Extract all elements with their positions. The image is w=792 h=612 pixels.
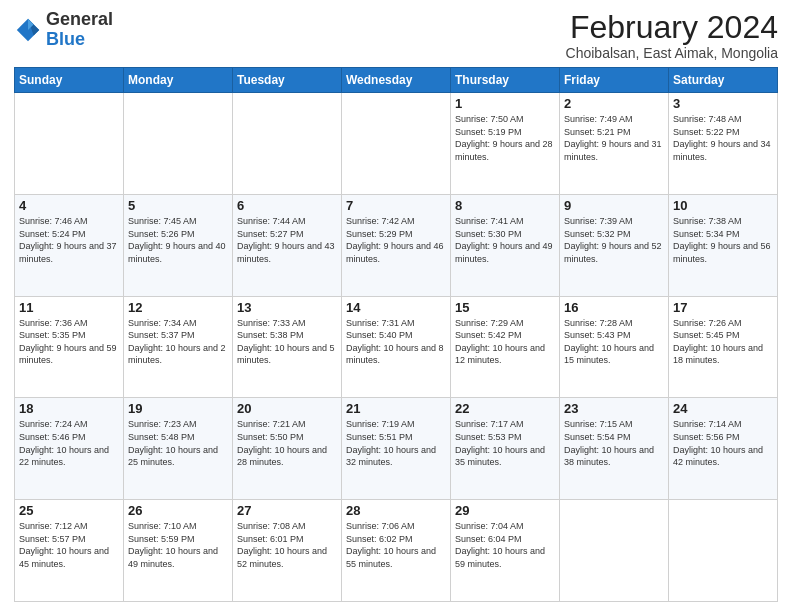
day-number: 21 — [346, 401, 446, 416]
day-info: Sunrise: 7:04 AM Sunset: 6:04 PM Dayligh… — [455, 520, 555, 570]
weekday-header-sunday: Sunday — [15, 68, 124, 93]
calendar-title: February 2024 — [566, 10, 778, 45]
weekday-header-friday: Friday — [560, 68, 669, 93]
day-info: Sunrise: 7:28 AM Sunset: 5:43 PM Dayligh… — [564, 317, 664, 367]
day-number: 27 — [237, 503, 337, 518]
day-number: 2 — [564, 96, 664, 111]
day-info: Sunrise: 7:44 AM Sunset: 5:27 PM Dayligh… — [237, 215, 337, 265]
calendar-cell: 6Sunrise: 7:44 AM Sunset: 5:27 PM Daylig… — [233, 194, 342, 296]
calendar-cell: 12Sunrise: 7:34 AM Sunset: 5:37 PM Dayli… — [124, 296, 233, 398]
day-info: Sunrise: 7:12 AM Sunset: 5:57 PM Dayligh… — [19, 520, 119, 570]
day-info: Sunrise: 7:14 AM Sunset: 5:56 PM Dayligh… — [673, 418, 773, 468]
day-number: 3 — [673, 96, 773, 111]
day-info: Sunrise: 7:15 AM Sunset: 5:54 PM Dayligh… — [564, 418, 664, 468]
calendar-header-row: SundayMondayTuesdayWednesdayThursdayFrid… — [15, 68, 778, 93]
day-number: 9 — [564, 198, 664, 213]
calendar-subtitle: Choibalsan, East Aimak, Mongolia — [566, 45, 778, 61]
calendar-cell: 21Sunrise: 7:19 AM Sunset: 5:51 PM Dayli… — [342, 398, 451, 500]
calendar-cell: 22Sunrise: 7:17 AM Sunset: 5:53 PM Dayli… — [451, 398, 560, 500]
calendar-week-4: 18Sunrise: 7:24 AM Sunset: 5:46 PM Dayli… — [15, 398, 778, 500]
calendar-cell: 9Sunrise: 7:39 AM Sunset: 5:32 PM Daylig… — [560, 194, 669, 296]
day-info: Sunrise: 7:36 AM Sunset: 5:35 PM Dayligh… — [19, 317, 119, 367]
calendar-cell: 13Sunrise: 7:33 AM Sunset: 5:38 PM Dayli… — [233, 296, 342, 398]
calendar-cell: 18Sunrise: 7:24 AM Sunset: 5:46 PM Dayli… — [15, 398, 124, 500]
day-number: 14 — [346, 300, 446, 315]
calendar-cell: 5Sunrise: 7:45 AM Sunset: 5:26 PM Daylig… — [124, 194, 233, 296]
calendar-week-3: 11Sunrise: 7:36 AM Sunset: 5:35 PM Dayli… — [15, 296, 778, 398]
day-info: Sunrise: 7:19 AM Sunset: 5:51 PM Dayligh… — [346, 418, 446, 468]
logo: General Blue — [14, 10, 113, 50]
calendar-cell: 29Sunrise: 7:04 AM Sunset: 6:04 PM Dayli… — [451, 500, 560, 602]
day-number: 10 — [673, 198, 773, 213]
calendar-cell — [233, 93, 342, 195]
title-block: February 2024 Choibalsan, East Aimak, Mo… — [566, 10, 778, 61]
day-info: Sunrise: 7:06 AM Sunset: 6:02 PM Dayligh… — [346, 520, 446, 570]
calendar-cell: 24Sunrise: 7:14 AM Sunset: 5:56 PM Dayli… — [669, 398, 778, 500]
day-number: 23 — [564, 401, 664, 416]
calendar-cell: 8Sunrise: 7:41 AM Sunset: 5:30 PM Daylig… — [451, 194, 560, 296]
day-number: 1 — [455, 96, 555, 111]
calendar-cell: 10Sunrise: 7:38 AM Sunset: 5:34 PM Dayli… — [669, 194, 778, 296]
day-number: 24 — [673, 401, 773, 416]
day-number: 13 — [237, 300, 337, 315]
day-number: 18 — [19, 401, 119, 416]
day-info: Sunrise: 7:46 AM Sunset: 5:24 PM Dayligh… — [19, 215, 119, 265]
day-number: 28 — [346, 503, 446, 518]
logo-general-text: General — [46, 10, 113, 30]
day-number: 16 — [564, 300, 664, 315]
day-number: 11 — [19, 300, 119, 315]
day-number: 6 — [237, 198, 337, 213]
page-header: General Blue February 2024 Choibalsan, E… — [14, 10, 778, 61]
calendar-cell: 28Sunrise: 7:06 AM Sunset: 6:02 PM Dayli… — [342, 500, 451, 602]
day-number: 4 — [19, 198, 119, 213]
day-number: 7 — [346, 198, 446, 213]
calendar-cell: 14Sunrise: 7:31 AM Sunset: 5:40 PM Dayli… — [342, 296, 451, 398]
day-info: Sunrise: 7:42 AM Sunset: 5:29 PM Dayligh… — [346, 215, 446, 265]
day-info: Sunrise: 7:48 AM Sunset: 5:22 PM Dayligh… — [673, 113, 773, 163]
calendar-cell: 19Sunrise: 7:23 AM Sunset: 5:48 PM Dayli… — [124, 398, 233, 500]
calendar-cell: 20Sunrise: 7:21 AM Sunset: 5:50 PM Dayli… — [233, 398, 342, 500]
day-info: Sunrise: 7:26 AM Sunset: 5:45 PM Dayligh… — [673, 317, 773, 367]
day-info: Sunrise: 7:21 AM Sunset: 5:50 PM Dayligh… — [237, 418, 337, 468]
day-info: Sunrise: 7:33 AM Sunset: 5:38 PM Dayligh… — [237, 317, 337, 367]
day-number: 25 — [19, 503, 119, 518]
weekday-header-monday: Monday — [124, 68, 233, 93]
calendar-cell: 27Sunrise: 7:08 AM Sunset: 6:01 PM Dayli… — [233, 500, 342, 602]
day-info: Sunrise: 7:38 AM Sunset: 5:34 PM Dayligh… — [673, 215, 773, 265]
day-info: Sunrise: 7:08 AM Sunset: 6:01 PM Dayligh… — [237, 520, 337, 570]
calendar-cell — [124, 93, 233, 195]
calendar-cell: 4Sunrise: 7:46 AM Sunset: 5:24 PM Daylig… — [15, 194, 124, 296]
day-number: 17 — [673, 300, 773, 315]
calendar-week-1: 1Sunrise: 7:50 AM Sunset: 5:19 PM Daylig… — [15, 93, 778, 195]
day-info: Sunrise: 7:41 AM Sunset: 5:30 PM Dayligh… — [455, 215, 555, 265]
day-number: 15 — [455, 300, 555, 315]
day-info: Sunrise: 7:39 AM Sunset: 5:32 PM Dayligh… — [564, 215, 664, 265]
day-info: Sunrise: 7:45 AM Sunset: 5:26 PM Dayligh… — [128, 215, 228, 265]
calendar-cell — [560, 500, 669, 602]
day-info: Sunrise: 7:10 AM Sunset: 5:59 PM Dayligh… — [128, 520, 228, 570]
day-info: Sunrise: 7:29 AM Sunset: 5:42 PM Dayligh… — [455, 317, 555, 367]
calendar-week-5: 25Sunrise: 7:12 AM Sunset: 5:57 PM Dayli… — [15, 500, 778, 602]
day-info: Sunrise: 7:23 AM Sunset: 5:48 PM Dayligh… — [128, 418, 228, 468]
day-info: Sunrise: 7:24 AM Sunset: 5:46 PM Dayligh… — [19, 418, 119, 468]
day-number: 19 — [128, 401, 228, 416]
day-number: 29 — [455, 503, 555, 518]
day-number: 12 — [128, 300, 228, 315]
day-number: 8 — [455, 198, 555, 213]
weekday-header-saturday: Saturday — [669, 68, 778, 93]
calendar-cell: 25Sunrise: 7:12 AM Sunset: 5:57 PM Dayli… — [15, 500, 124, 602]
calendar-week-2: 4Sunrise: 7:46 AM Sunset: 5:24 PM Daylig… — [15, 194, 778, 296]
calendar-cell: 7Sunrise: 7:42 AM Sunset: 5:29 PM Daylig… — [342, 194, 451, 296]
calendar-cell: 23Sunrise: 7:15 AM Sunset: 5:54 PM Dayli… — [560, 398, 669, 500]
day-info: Sunrise: 7:50 AM Sunset: 5:19 PM Dayligh… — [455, 113, 555, 163]
weekday-header-wednesday: Wednesday — [342, 68, 451, 93]
logo-blue-text: Blue — [46, 30, 113, 50]
day-info: Sunrise: 7:49 AM Sunset: 5:21 PM Dayligh… — [564, 113, 664, 163]
weekday-header-thursday: Thursday — [451, 68, 560, 93]
calendar-cell: 2Sunrise: 7:49 AM Sunset: 5:21 PM Daylig… — [560, 93, 669, 195]
day-info: Sunrise: 7:17 AM Sunset: 5:53 PM Dayligh… — [455, 418, 555, 468]
day-info: Sunrise: 7:31 AM Sunset: 5:40 PM Dayligh… — [346, 317, 446, 367]
day-number: 22 — [455, 401, 555, 416]
day-number: 5 — [128, 198, 228, 213]
calendar-cell: 26Sunrise: 7:10 AM Sunset: 5:59 PM Dayli… — [124, 500, 233, 602]
